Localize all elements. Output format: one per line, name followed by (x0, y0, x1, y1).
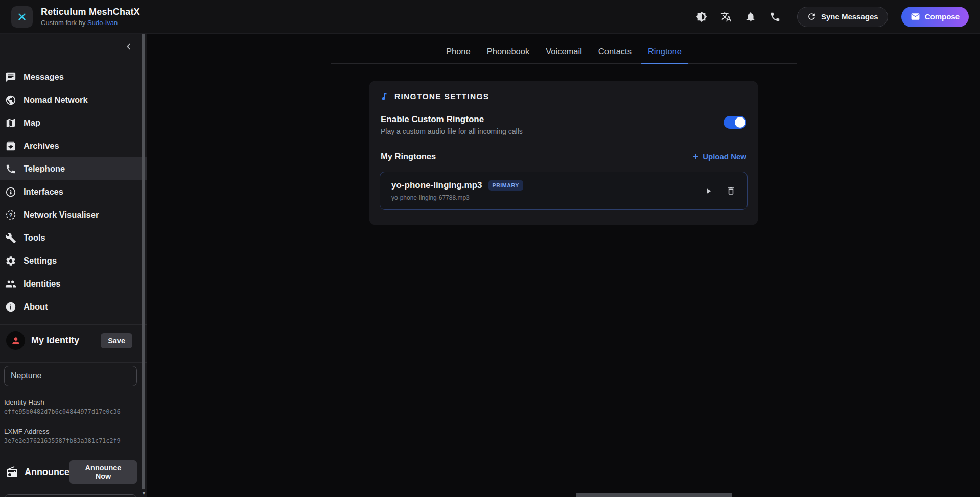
sidebar-item-nomad-network[interactable]: Nomad Network (0, 88, 147, 111)
lxmf-address-label: LXMF Address (4, 428, 137, 435)
notifications-icon[interactable] (745, 11, 756, 22)
sidebar-item-map[interactable]: Map (0, 111, 147, 134)
sidebar-item-identities[interactable]: Identities (0, 272, 147, 295)
identity-body: Identity Hash effe95b0482d7b6c04844977d1… (0, 363, 147, 455)
phone-header-icon[interactable] (769, 11, 781, 22)
display-name-input[interactable] (4, 366, 137, 386)
wrench-icon (5, 232, 16, 244)
gear-icon (5, 255, 16, 267)
announce-body: Disabled Last announced: 2 hours ago (0, 490, 147, 497)
map-icon (5, 117, 16, 129)
sync-messages-button[interactable]: Sync Messages (797, 7, 888, 27)
person-icon (11, 336, 21, 346)
lxmf-address-value: 3e7e2e37621635587fb83a381c71c2f9 (4, 437, 137, 444)
network-visualiser-icon: ? (5, 209, 16, 221)
toggle-knob (735, 117, 745, 128)
tab-voicemail[interactable]: Voicemail (539, 46, 589, 63)
collapse-sidebar-icon[interactable] (123, 41, 134, 52)
enable-custom-ringtone-subtitle: Play a custom audio file for all incomin… (381, 127, 523, 135)
card-title: RINGTONE SETTINGS (394, 92, 489, 101)
app-header: Reticulum MeshChatX Custom fork by Sudo-… (0, 0, 980, 34)
tab-contacts[interactable]: Contacts (592, 46, 638, 63)
sidebar-item-network-visualiser[interactable]: ? Network Visualiser (0, 203, 147, 226)
ringtone-actions (704, 186, 736, 196)
interfaces-icon (5, 186, 16, 198)
author-link[interactable]: Sudo-Ivan (87, 19, 118, 27)
horizontal-scrollbar-thumb[interactable] (576, 493, 732, 497)
sidebar-nav: Messages Nomad Network Map Archives Tele… (0, 59, 147, 325)
mail-icon (911, 12, 920, 21)
announce-interval-select[interactable]: Disabled (4, 494, 137, 497)
identity-hash-label: Identity Hash (4, 398, 137, 406)
svg-text:?: ? (9, 211, 13, 218)
enable-custom-ringtone-toggle[interactable] (724, 116, 746, 129)
trash-icon[interactable] (726, 186, 736, 196)
ringtone-list-item[interactable]: yo-phone-linging.mp3 PRIMARY yo-phone-li… (380, 172, 748, 210)
my-identity-header: My Identity Save (0, 325, 147, 362)
refresh-icon (807, 12, 816, 21)
title-block: Reticulum MeshChatX Custom fork by Sudo-… (41, 7, 140, 27)
scroll-down-arrow-icon[interactable]: ▼ (142, 491, 145, 496)
theme-toggle-icon[interactable] (696, 11, 707, 22)
x-logo-icon (15, 10, 29, 23)
music-note-icon (380, 92, 389, 101)
sidebar-item-archives[interactable]: Archives (0, 134, 147, 157)
my-ringtones-title: My Ringtones (381, 152, 436, 161)
primary-badge: PRIMARY (488, 180, 523, 191)
radio-icon (6, 466, 18, 478)
identity-hash-value: effe95b0482d7b6c04844977d17e0c36 (4, 408, 137, 415)
tab-phone[interactable]: Phone (439, 46, 477, 63)
telephone-tabs: Phone Phonebook Voicemail Contacts Ringt… (331, 45, 797, 64)
header-actions: Sync Messages Compose (696, 7, 969, 27)
people-icon (5, 278, 16, 290)
sidebar: Messages Nomad Network Map Archives Tele… (0, 34, 147, 497)
save-button[interactable]: Save (101, 333, 132, 348)
sidebar-scrollbar[interactable]: ▼ (142, 34, 146, 497)
app-title: Reticulum MeshChatX (41, 7, 140, 17)
app-subtitle: Custom fork by Sudo-Ivan (41, 19, 140, 27)
announce-title: Announce (25, 467, 69, 478)
ringtone-settings-card: RINGTONE SETTINGS Enable Custom Ringtone… (369, 81, 758, 225)
sidebar-item-telephone[interactable]: Telephone (0, 157, 147, 180)
my-ringtones-row: My Ringtones Upload New (381, 152, 746, 161)
message-icon (5, 72, 16, 83)
announce-header: Announce Announce Now (0, 455, 147, 490)
enable-custom-ringtone-row: Enable Custom Ringtone Play a custom aud… (381, 114, 746, 135)
compose-button[interactable]: Compose (901, 7, 969, 27)
sidebar-scrollbar-thumb[interactable] (142, 34, 145, 489)
phone-icon (5, 163, 16, 175)
tab-ringtone[interactable]: Ringtone (641, 46, 688, 63)
my-identity-title: My Identity (31, 335, 79, 346)
globe-icon (5, 94, 16, 106)
ringtone-name: yo-phone-linging.mp3 (391, 180, 482, 191)
sidebar-item-messages[interactable]: Messages (0, 65, 147, 88)
translate-icon[interactable] (720, 11, 732, 22)
avatar (6, 331, 25, 350)
archive-icon (5, 140, 16, 152)
sidebar-collapse-row (0, 34, 147, 59)
upload-new-button[interactable]: Upload New (691, 152, 746, 161)
plus-icon (691, 152, 700, 161)
ringtone-filename: yo-phone-linging-67788.mp3 (391, 194, 523, 201)
main-content: Phone Phonebook Voicemail Contacts Ringt… (147, 34, 980, 497)
sidebar-item-settings[interactable]: Settings (0, 249, 147, 272)
app-logo[interactable] (11, 6, 33, 28)
play-icon[interactable] (704, 186, 713, 196)
tab-phonebook[interactable]: Phonebook (480, 46, 536, 63)
info-icon (5, 301, 16, 313)
sidebar-item-about[interactable]: About (0, 295, 147, 318)
announce-now-button[interactable]: Announce Now (69, 460, 137, 484)
sidebar-item-tools[interactable]: Tools (0, 226, 147, 249)
sidebar-item-interfaces[interactable]: Interfaces (0, 180, 147, 203)
enable-custom-ringtone-title: Enable Custom Ringtone (381, 114, 523, 125)
card-title-row: RINGTONE SETTINGS (380, 92, 748, 101)
